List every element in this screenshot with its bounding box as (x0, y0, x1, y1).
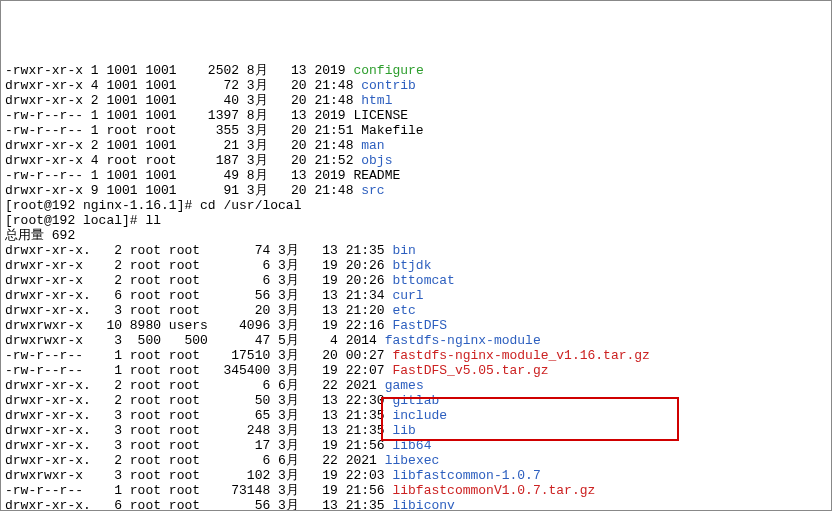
file-entry: drwxrwxr-x 10 8980 users 4096 3月 19 22:1… (5, 318, 827, 333)
file-perms: -rw-r--r-- 1 1001 1001 1397 8月 13 2019 L… (5, 108, 408, 123)
file-perms: -rw-r--r-- 1 root root 345400 3月 19 22:0… (5, 363, 392, 378)
file-name: libfastcommon-1.0.7 (392, 468, 540, 483)
file-entry: -rw-r--r-- 1 1001 1001 1397 8月 13 2019 L… (5, 108, 827, 123)
file-perms: drwxr-xr-x. 6 root root 56 3月 13 21:34 (5, 288, 392, 303)
file-entry: -rw-r--r-- 1 root root 345400 3月 19 22:0… (5, 363, 827, 378)
file-name: FastDFS_v5.05.tar.gz (392, 363, 548, 378)
file-name: bin (392, 243, 415, 258)
file-perms: drwxr-xr-x 2 1001 1001 21 3月 20 21:48 (5, 138, 361, 153)
file-perms: drwxr-xr-x. 3 root root 248 3月 13 21:35 (5, 423, 392, 438)
file-perms: drwxr-xr-x. 3 root root 17 3月 19 21:56 (5, 438, 392, 453)
file-name: configure (353, 63, 423, 78)
file-perms: drwxr-xr-x 2 1001 1001 40 3月 20 21:48 (5, 93, 361, 108)
file-entry: drwxr-xr-x 2 1001 1001 21 3月 20 21:48 ma… (5, 138, 827, 153)
file-entry: -rw-r--r-- 1 root root 17510 3月 20 00:27… (5, 348, 827, 363)
file-entry: -rwxr-xr-x 1 1001 1001 2502 8月 13 2019 c… (5, 63, 827, 78)
file-name: fastdfs-nginx-module_v1.16.tar.gz (392, 348, 649, 363)
file-entry: drwxr-xr-x. 2 root root 6 6月 22 2021 lib… (5, 453, 827, 468)
file-name: html (361, 93, 392, 108)
file-perms: drwxr-xr-x. 3 root root 20 3月 13 21:20 (5, 303, 392, 318)
file-entry: drwxr-xr-x 2 root root 6 3月 19 20:26 btj… (5, 258, 827, 273)
file-perms: -rw-r--r-- 1 root root 17510 3月 20 00:27 (5, 348, 392, 363)
file-name: bttomcat (392, 273, 454, 288)
file-name: libexec (385, 453, 440, 468)
file-name: btjdk (392, 258, 431, 273)
file-entry: drwxr-xr-x 2 1001 1001 40 3月 20 21:48 ht… (5, 93, 827, 108)
terminal-output: -rwxr-xr-x 1 1001 1001 2502 8月 13 2019 c… (5, 63, 827, 511)
file-perms: -rw-r--r-- 1 root root 355 3月 20 21:51 M… (5, 123, 424, 138)
file-entry: drwxr-xr-x. 2 root root 74 3月 13 21:35 b… (5, 243, 827, 258)
file-entry: -rw-r--r-- 1 root root 355 3月 20 21:51 M… (5, 123, 827, 138)
file-perms: drwxr-xr-x 4 1001 1001 72 3月 20 21:48 (5, 78, 361, 93)
file-perms: drwxr-xr-x 2 root root 6 3月 19 20:26 (5, 273, 392, 288)
file-perms: drwxrwxr-x 3 root root 102 3月 19 22:03 (5, 468, 392, 483)
file-entry: -rw-r--r-- 1 root root 73148 3月 19 21:56… (5, 483, 827, 498)
file-name: contrib (361, 78, 416, 93)
file-perms: -rwxr-xr-x 1 1001 1001 2502 8月 13 2019 (5, 63, 353, 78)
shell-prompt[interactable]: [root@192 local]# ll (5, 213, 827, 228)
file-entry: drwxr-xr-x. 6 root root 56 3月 13 21:35 l… (5, 498, 827, 511)
file-perms: drwxr-xr-x. 3 root root 65 3月 13 21:35 (5, 408, 392, 423)
file-name: libiconv (392, 498, 454, 511)
file-name: lib64 (392, 438, 431, 453)
file-name: include (392, 408, 447, 423)
file-perms: drwxr-xr-x 4 root root 187 3月 20 21:52 (5, 153, 361, 168)
file-name: etc (392, 303, 415, 318)
file-entry: drwxr-xr-x 9 1001 1001 91 3月 20 21:48 sr… (5, 183, 827, 198)
file-perms: drwxr-xr-x. 2 root root 6 6月 22 2021 (5, 378, 385, 393)
file-entry: drwxr-xr-x. 2 root root 6 6月 22 2021 gam… (5, 378, 827, 393)
file-perms: drwxrwxr-x 10 8980 users 4096 3月 19 22:1… (5, 318, 392, 333)
file-name: gitlab (392, 393, 439, 408)
file-entry: drwxr-xr-x. 3 root root 65 3月 13 21:35 i… (5, 408, 827, 423)
shell-prompt[interactable]: [root@192 nginx-1.16.1]# cd /usr/local (5, 198, 827, 213)
file-entry: drwxrwxr-x 3 root root 102 3月 19 22:03 l… (5, 468, 827, 483)
file-perms: drwxr-xr-x. 2 root root 74 3月 13 21:35 (5, 243, 392, 258)
file-name: lib (392, 423, 415, 438)
file-entry: drwxr-xr-x. 3 root root 17 3月 19 21:56 l… (5, 438, 827, 453)
file-entry: drwxr-xr-x. 2 root root 50 3月 13 22:30 g… (5, 393, 827, 408)
total-line: 总用量 692 (5, 228, 827, 243)
file-perms: drwxr-xr-x 9 1001 1001 91 3月 20 21:48 (5, 183, 361, 198)
file-perms: drwxr-xr-x. 6 root root 56 3月 13 21:35 (5, 498, 392, 511)
file-name: curl (392, 288, 423, 303)
file-entry: drwxr-xr-x 4 1001 1001 72 3月 20 21:48 co… (5, 78, 827, 93)
file-entry: drwxr-xr-x 2 root root 6 3月 19 20:26 btt… (5, 273, 827, 288)
file-entry: -rw-r--r-- 1 1001 1001 49 8月 13 2019 REA… (5, 168, 827, 183)
file-name: FastDFS (392, 318, 447, 333)
file-perms: -rw-r--r-- 1 1001 1001 49 8月 13 2019 REA… (5, 168, 400, 183)
file-name: fastdfs-nginx-module (385, 333, 541, 348)
file-perms: drwxrwxr-x 3 500 500 47 5月 4 2014 (5, 333, 385, 348)
file-perms: drwxr-xr-x. 2 root root 6 6月 22 2021 (5, 453, 385, 468)
file-name: src (361, 183, 384, 198)
file-perms: drwxr-xr-x. 2 root root 50 3月 13 22:30 (5, 393, 392, 408)
file-name: games (385, 378, 424, 393)
file-entry: drwxrwxr-x 3 500 500 47 5月 4 2014 fastdf… (5, 333, 827, 348)
file-name: libfastcommonV1.0.7.tar.gz (392, 483, 595, 498)
file-name: objs (361, 153, 392, 168)
file-entry: drwxr-xr-x. 6 root root 56 3月 13 21:34 c… (5, 288, 827, 303)
file-perms: -rw-r--r-- 1 root root 73148 3月 19 21:56 (5, 483, 392, 498)
file-entry: drwxr-xr-x. 3 root root 20 3月 13 21:20 e… (5, 303, 827, 318)
file-perms: drwxr-xr-x 2 root root 6 3月 19 20:26 (5, 258, 392, 273)
file-name: man (361, 138, 384, 153)
file-entry: drwxr-xr-x 4 root root 187 3月 20 21:52 o… (5, 153, 827, 168)
file-entry: drwxr-xr-x. 3 root root 248 3月 13 21:35 … (5, 423, 827, 438)
